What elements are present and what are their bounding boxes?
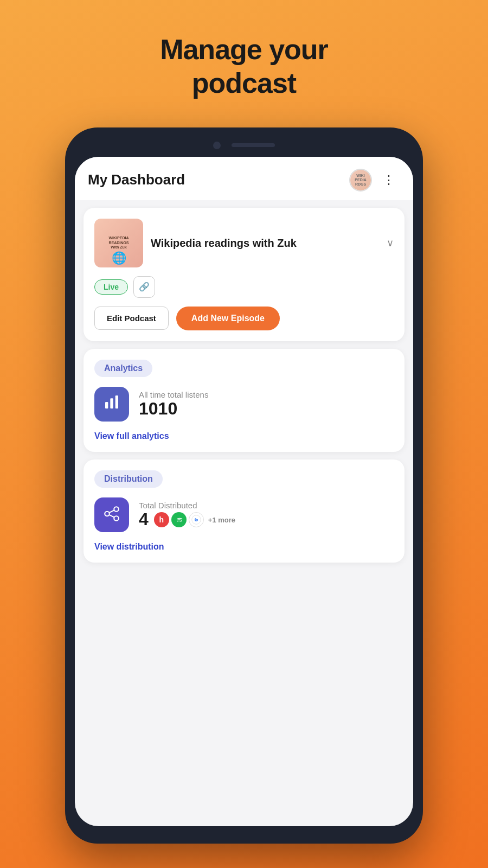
podcast-info: Wikipedia readings with Zuk [151,236,375,250]
phone-frame: My Dashboard WIKIPEDIARDGS ⋮ WIKIPEDIA [65,127,423,844]
distribution-value: 4 [139,510,149,529]
podcast-chevron[interactable]: ∨ [387,237,394,249]
dashboard-title: My Dashboard [88,171,185,188]
header-right: WIKIPEDIARDGS ⋮ [349,169,400,192]
analytics-section-label: Analytics [94,360,152,377]
distribution-value-row: 4 h [139,510,235,529]
svg-rect-10 [196,520,198,521]
svg-line-6 [110,510,114,512]
phone-speaker [232,143,275,147]
copy-link-button[interactable]: 🔗 [133,276,155,298]
platform-more-text: +1 more [208,516,235,524]
stat-info: All time total listens 1010 [139,390,208,418]
live-badge: Live [94,279,128,295]
more-menu-button[interactable]: ⋮ [378,171,400,189]
podcast-artwork: WIKIPEDIA READINGS With Zuk 🌐 [94,219,143,267]
phone-camera [213,142,221,149]
stat-value: 1010 [139,399,208,418]
analytics-row: All time total listens 1010 [94,387,394,422]
distribution-stat-row: Total Distributed 4 h [94,497,394,532]
podcast-card: WIKIPEDIA READINGS With Zuk 🌐 Wikipedia … [84,208,404,341]
distribution-stat-info: Total Distributed 4 h [139,501,235,529]
artwork-globe: 🌐 [112,251,126,265]
view-distribution-link[interactable]: View distribution [94,542,164,552]
bar-chart-icon [103,393,120,414]
page-title-line2: podcast [192,67,296,99]
podcast-actions: Edit Podcast Add New Episode [94,307,394,330]
distribution-platforms: h [154,512,235,527]
app-header: My Dashboard WIKIPEDIARDGS ⋮ [75,157,413,200]
avatar-inner: WIKIPEDIARDGS [350,170,371,190]
platform-google-icon [189,512,204,527]
platform-headliner-icon: h [154,512,169,527]
podcast-badges: Live 🔗 [94,276,394,298]
page-title: Manage your podcast [160,33,328,100]
distribution-stat-label: Total Distributed [139,501,235,510]
analytics-icon-box [94,387,129,422]
svg-rect-0 [105,402,108,409]
edit-podcast-button[interactable]: Edit Podcast [94,307,169,330]
platform-spotify-icon [171,512,187,527]
analytics-card: Analytics All time total listens [84,349,404,452]
avatar[interactable]: WIKIPEDIARDGS [349,169,372,192]
stat-label: All time total listens [139,390,208,399]
distribution-card: Distribution [84,459,404,563]
phone-screen: My Dashboard WIKIPEDIARDGS ⋮ WIKIPEDIA [75,157,413,826]
svg-point-5 [114,516,119,521]
view-full-analytics-link[interactable]: View full analytics [94,431,169,441]
scroll-content: WIKIPEDIA READINGS With Zuk 🌐 Wikipedia … [75,200,413,826]
podcast-header: WIKIPEDIA READINGS With Zuk 🌐 Wikipedia … [94,219,394,267]
svg-point-3 [105,512,110,516]
svg-rect-2 [115,395,118,409]
podcast-name: Wikipedia readings with Zuk [151,237,297,249]
distribution-section-label: Distribution [94,470,163,488]
avatar-text: WIKIPEDIARDGS [355,174,366,186]
phone-top-bar [75,137,413,157]
distribution-icon-box [94,497,129,532]
page-title-line1: Manage your [160,34,328,65]
svg-rect-1 [110,399,113,409]
svg-line-7 [110,515,114,517]
add-new-episode-button[interactable]: Add New Episode [176,307,280,330]
svg-point-4 [114,507,119,512]
artwork-text: WIKIPEDIA READINGS With Zuk [107,234,131,252]
distribution-icon [102,505,121,525]
